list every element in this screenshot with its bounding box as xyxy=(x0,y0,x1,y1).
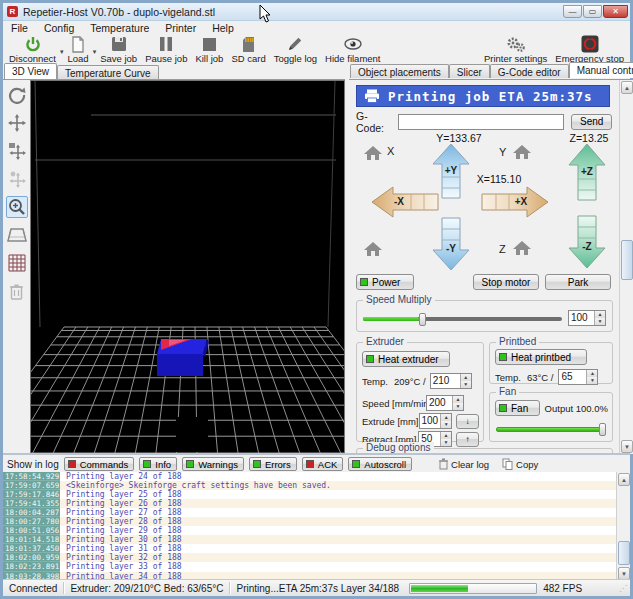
ack-filter[interactable]: ACK xyxy=(302,457,344,471)
speed-multiply-slider[interactable] xyxy=(363,313,562,325)
scroll-thumb[interactable] xyxy=(621,240,633,280)
tab-gcode-editor[interactable]: G-Code editor xyxy=(490,64,569,78)
main-toolbar: Disconnect ▾ Load ▾ Save job Pause job xyxy=(3,35,630,62)
scroll-up-icon[interactable]: ▲ xyxy=(621,81,633,94)
power-button[interactable]: Power xyxy=(356,274,414,290)
zoom-tool[interactable] xyxy=(6,196,28,218)
heat-printbed-button[interactable]: Heat printbed xyxy=(495,349,587,365)
jog-minus-y-button[interactable]: -Y xyxy=(431,217,471,271)
log-output[interactable]: 17:58:54.929Printing layer 24 of 188 17:… xyxy=(3,472,616,581)
speed-multiply-spinner[interactable]: 100 ▲▼ xyxy=(568,310,606,326)
menu-help[interactable]: Help xyxy=(204,22,242,35)
tab-object-placements[interactable]: Object placements xyxy=(350,64,449,78)
jog-minus-x-button[interactable]: -X xyxy=(371,185,439,219)
pause-job-button[interactable]: Pause job xyxy=(141,35,191,64)
copy-log-button[interactable]: Copy xyxy=(498,457,542,471)
scroll-up-icon[interactable]: ▲ xyxy=(618,473,630,486)
jog-minus-z-button[interactable]: -Z xyxy=(567,215,607,269)
menu-temperature[interactable]: Temperature xyxy=(82,22,157,35)
clear-log-button[interactable]: Clear log xyxy=(435,457,493,471)
tab-slicer[interactable]: Slicer xyxy=(449,64,490,78)
move-object-icon xyxy=(8,142,26,160)
heat-extruder-button[interactable]: Heat extruder xyxy=(362,351,450,367)
emergency-stop-button[interactable]: Emergency stop xyxy=(551,35,628,64)
jog-controls: X +Y Y xyxy=(349,143,619,271)
speed-spinner[interactable]: 200 ▲▼ xyxy=(426,395,464,411)
heat-printbed-led xyxy=(499,353,507,361)
extrude-spinner[interactable]: 100 ▲▼ xyxy=(419,413,453,429)
3d-viewport[interactable] xyxy=(30,80,345,454)
move-object-tool[interactable] xyxy=(6,140,28,162)
scroll-down-icon[interactable]: ▼ xyxy=(621,440,633,453)
tab-manual-control[interactable]: Manual control xyxy=(569,62,633,78)
slider-thumb[interactable] xyxy=(419,313,426,326)
hide-filament-button[interactable]: Hide filament xyxy=(321,35,384,64)
home-y-icon[interactable] xyxy=(512,144,532,160)
jog-plus-z-button[interactable]: +Z xyxy=(567,143,607,201)
home-x-icon[interactable] xyxy=(363,145,383,161)
manual-scrollbar[interactable]: ▲ ▼ xyxy=(619,80,633,454)
resize-grip[interactable]: ⋰ xyxy=(619,584,630,593)
send-button[interactable]: Send xyxy=(571,114,612,130)
show-faces-tool[interactable] xyxy=(6,224,28,246)
title-bar[interactable]: R Repetier-Host V0.70b - duplo-vigeland.… xyxy=(3,3,630,21)
extruder-setpoint-spinner[interactable]: 210 ▲▼ xyxy=(430,373,472,389)
tab-temperature-curve[interactable]: Temperature Curve xyxy=(57,65,159,79)
show-grid-tool[interactable] xyxy=(6,252,28,274)
pause-icon xyxy=(159,36,173,52)
load-button[interactable]: Load xyxy=(64,35,93,64)
spin-down-icon[interactable]: ▼ xyxy=(595,318,605,325)
commands-filter[interactable]: Commands xyxy=(64,457,135,471)
tab-3d-view[interactable]: 3D View xyxy=(4,63,57,79)
log-entry: 17:59:41.355Printing layer 26 of 188 xyxy=(3,499,616,508)
maximize-button[interactable]: ▭ xyxy=(583,5,602,18)
emergency-stop-icon xyxy=(581,36,599,52)
home-all-icon[interactable] xyxy=(363,241,383,257)
fan-button[interactable]: Fan xyxy=(495,400,540,416)
printer-settings-button[interactable]: Printer settings xyxy=(480,35,551,64)
menu-printer[interactable]: Printer xyxy=(157,22,204,35)
save-job-button[interactable]: Save job xyxy=(96,35,141,64)
extrude-button[interactable]: ↓ xyxy=(456,414,479,429)
warnings-filter[interactable]: Warnings xyxy=(182,457,244,471)
view-panel: 3D View Temperature Curve xyxy=(3,62,345,453)
minimize-button[interactable]: — xyxy=(563,5,582,18)
menu-config[interactable]: Config xyxy=(36,22,82,35)
print-status-banner: Printing job ETA 25m:37s xyxy=(356,85,610,107)
fan-slider-thumb[interactable] xyxy=(599,423,606,436)
scroll-thumb[interactable] xyxy=(618,541,630,565)
close-button[interactable]: ✕ xyxy=(603,5,628,18)
park-button[interactable]: Park xyxy=(545,274,611,290)
grid-icon xyxy=(8,254,26,272)
stop-motor-button[interactable]: Stop motor xyxy=(473,274,539,290)
menu-file[interactable]: File xyxy=(3,22,36,35)
delete-object-tool[interactable] xyxy=(6,280,28,302)
printbed-setpoint-spinner[interactable]: 65 ▲▼ xyxy=(558,369,598,385)
gcode-input[interactable] xyxy=(398,114,564,130)
print-status-text: Printing job ETA 25m:37s xyxy=(388,89,593,104)
kill-job-button[interactable]: Kill job xyxy=(191,35,227,64)
retract-button[interactable]: ↑ xyxy=(456,432,479,447)
disconnect-button[interactable]: Disconnect xyxy=(5,35,60,64)
move-viewpoint-tool[interactable] xyxy=(6,168,28,190)
trash-icon xyxy=(439,458,448,470)
errors-filter[interactable]: Errors xyxy=(249,457,297,471)
axis-z-label: Z xyxy=(499,243,506,255)
home-z-icon[interactable] xyxy=(512,240,532,256)
fan-led xyxy=(499,404,507,412)
move-viewpoint-icon xyxy=(8,170,26,188)
jog-plus-x-button[interactable]: +X xyxy=(481,185,549,219)
fan-slider[interactable] xyxy=(496,423,606,436)
move-view-tool[interactable] xyxy=(6,112,28,134)
toggle-log-button[interactable]: Toggle log xyxy=(270,35,321,64)
speed-multiply-label: Speed Multiply xyxy=(363,294,435,305)
autoscroll-filter[interactable]: Autoscroll xyxy=(348,457,412,471)
zoom-icon xyxy=(8,198,26,216)
spin-up-icon[interactable]: ▲ xyxy=(595,311,605,318)
eye-icon xyxy=(344,36,362,52)
info-filter[interactable]: Info xyxy=(139,457,177,471)
connection-status: Connected xyxy=(3,583,63,594)
log-scrollbar[interactable]: ▲ ▼ xyxy=(616,472,630,581)
rotate-view-tool[interactable] xyxy=(6,84,28,106)
sd-card-button[interactable]: SD card xyxy=(227,35,269,64)
